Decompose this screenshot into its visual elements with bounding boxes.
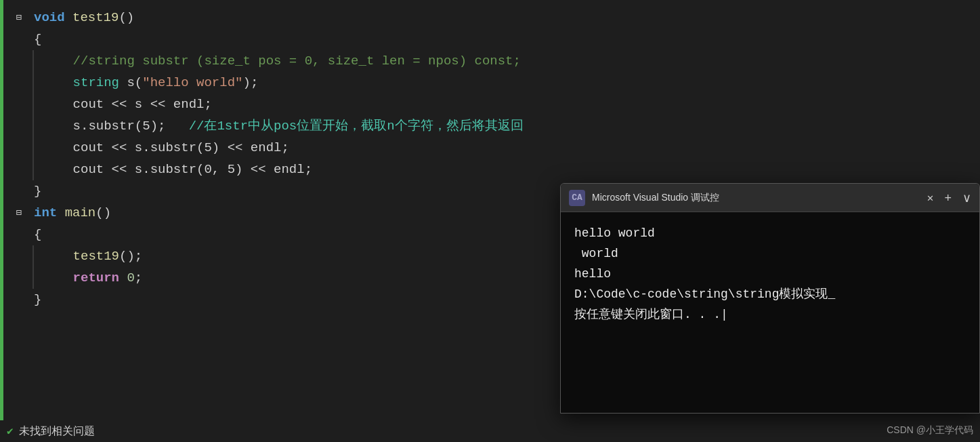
code-line: ⊟int main()	[0, 202, 555, 224]
token-plain: cout << s.substr(0, 5) << endl;	[73, 162, 312, 177]
token-fn-name: test19	[73, 249, 119, 264]
console-titlebar: CA Microsoft Visual Studio 调试控 ✕ + ∨	[561, 184, 979, 212]
code-line: cout << s.substr(5) << endl;	[0, 137, 555, 159]
gutter: ⊟	[0, 202, 26, 224]
code-area: ⊟void test19(){ //string substr (size_t …	[0, 0, 555, 317]
code-content: void test19()	[26, 7, 555, 28]
token-kw-return: return	[73, 270, 119, 285]
status-bar: ✔ 未找到相关问题	[0, 420, 555, 442]
token-plain: ()	[95, 205, 111, 220]
console-output-line: D:\Code\c-code\string\string模拟实现_	[574, 284, 966, 304]
console-output-line: hello	[574, 264, 966, 284]
token-plain: ()	[119, 10, 134, 25]
token-chinese-comment: //在1str中从pos位置开始，截取n个字符，然后将其返回	[189, 119, 524, 134]
code-editor: ⊟void test19(){ //string substr (size_t …	[0, 0, 555, 442]
token-plain: }	[34, 184, 41, 199]
token-plain: ;	[135, 270, 142, 285]
code-line: return 0;	[0, 267, 555, 289]
token-plain: s(	[119, 75, 142, 90]
token-plain: ();	[119, 249, 142, 264]
code-content: return 0;	[34, 267, 555, 289]
token-fn-name: test19	[72, 10, 119, 25]
token-plain: {	[34, 227, 41, 242]
console-controls: ✕ + ∨	[927, 191, 971, 205]
code-content: int main()	[26, 202, 555, 224]
token-kw-int: int	[34, 205, 57, 220]
token-plain: cout << s.substr(5) << endl;	[73, 140, 289, 155]
code-content: test19();	[34, 245, 555, 267]
token-plain: {	[34, 32, 41, 47]
collapse-icon[interactable]: ⊟	[16, 7, 22, 28]
console-output-line: 按任意键关闭此窗口. . .|	[574, 304, 966, 325]
code-line: string s("hello world");	[0, 72, 555, 94]
status-text: 未找到相关问题	[19, 424, 95, 439]
token-plain: s.substr(5);	[73, 119, 189, 134]
code-line: {	[0, 224, 555, 245]
code-content: {	[26, 28, 555, 50]
console-close-button[interactable]: ✕	[927, 191, 934, 205]
csdn-watermark: CSDN @小王学代码	[887, 424, 973, 437]
token-fn-name: main	[65, 205, 96, 220]
code-content: string s("hello world");	[34, 72, 555, 94]
console-title: Microsoft Visual Studio 调试控	[592, 192, 927, 204]
code-content: cout << s << endl;	[34, 94, 555, 115]
code-content: }	[26, 180, 555, 202]
code-content: cout << s.substr(0, 5) << endl;	[34, 159, 555, 180]
collapse-icon[interactable]: ⊟	[16, 202, 22, 224]
code-line: //string substr (size_t pos = 0, size_t …	[0, 50, 555, 72]
console-app-icon: CA	[569, 190, 585, 206]
console-chevron-button[interactable]: ∨	[962, 192, 971, 204]
token-plain: cout << s << endl;	[73, 97, 212, 112]
console-output-line: hello world	[574, 223, 966, 243]
code-content: cout << s.substr(5) << endl;	[34, 137, 555, 159]
code-content: }	[26, 289, 555, 310]
token-plain	[119, 270, 127, 285]
token-plain: );	[242, 75, 258, 90]
code-line: {	[0, 28, 555, 50]
token-number: 0	[127, 270, 134, 285]
status-check-icon: ✔	[7, 424, 14, 438]
token-kw-void: void	[34, 10, 65, 25]
token-plain	[65, 10, 72, 25]
token-comment: //string substr (size_t pos = 0, size_t …	[73, 54, 521, 68]
console-add-button[interactable]: +	[944, 192, 952, 204]
token-kw-string-type: string	[73, 75, 119, 90]
console-output-line: world	[574, 243, 966, 264]
token-plain: }	[34, 292, 41, 307]
code-line: test19();	[0, 245, 555, 267]
console-window: CA Microsoft Visual Studio 调试控 ✕ + ∨ hel…	[560, 183, 980, 414]
code-content: //string substr (size_t pos = 0, size_t …	[34, 50, 555, 72]
token-string-lit: "hello world"	[142, 75, 242, 90]
code-line: }	[0, 180, 555, 202]
gutter: ⊟	[0, 7, 26, 28]
code-line: cout << s.substr(0, 5) << endl;	[0, 159, 555, 180]
code-content: {	[26, 224, 555, 245]
code-line: s.substr(5); //在1str中从pos位置开始，截取n个字符，然后将…	[0, 115, 555, 137]
console-body: hello world worldhelloD:\Code\c-code\str…	[561, 212, 979, 413]
token-plain	[57, 205, 64, 220]
code-line: }	[0, 289, 555, 310]
code-content: s.substr(5); //在1str中从pos位置开始，截取n个字符，然后将…	[34, 115, 555, 137]
code-line: cout << s << endl;	[0, 94, 555, 115]
code-line: ⊟void test19()	[0, 7, 555, 28]
